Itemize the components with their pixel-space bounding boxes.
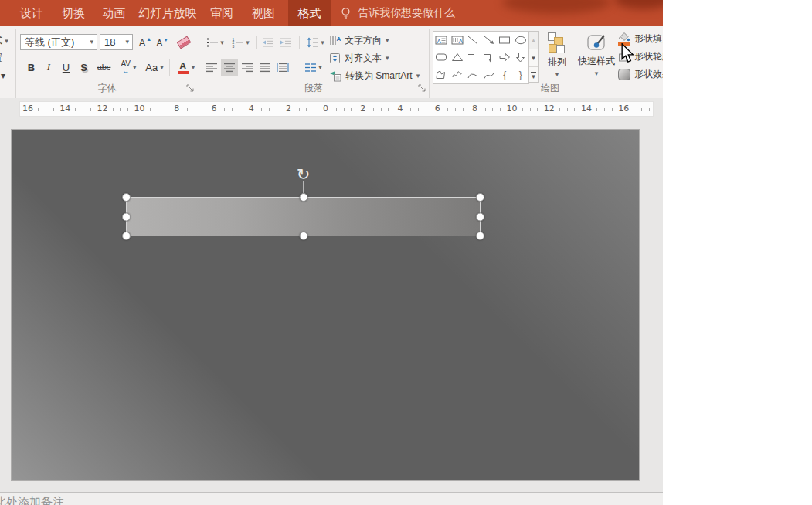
font-group-label: 字体 bbox=[15, 82, 199, 95]
titlebar-artifact bbox=[502, 0, 610, 14]
ruler-number: 16 bbox=[616, 103, 631, 114]
selection-handle-s[interactable] bbox=[299, 232, 307, 240]
font-size-combo[interactable]: 18▾ bbox=[100, 34, 133, 50]
grow-font-button[interactable]: A▲ bbox=[137, 34, 154, 51]
line-spacing-button[interactable]: ▾ bbox=[304, 34, 328, 51]
tab-design[interactable]: 设计 bbox=[11, 0, 53, 26]
tab-transitions[interactable]: 切换 bbox=[53, 0, 94, 26]
ruler-strip: 1614121086420246810121416 bbox=[0, 98, 663, 120]
arc[interactable] bbox=[465, 66, 481, 83]
text-box-horizontal[interactable]: A bbox=[433, 32, 450, 49]
distribute-text-button[interactable] bbox=[274, 59, 291, 76]
ruler-number: 10 bbox=[132, 103, 148, 114]
selection-handle-e[interactable] bbox=[476, 212, 484, 221]
slide[interactable]: ↻ bbox=[11, 129, 640, 481]
increase-indent-button[interactable] bbox=[277, 34, 294, 51]
align-text-button[interactable]: 对齐文本▾ bbox=[329, 50, 389, 66]
change-case-button[interactable]: Aa▾ bbox=[143, 59, 166, 76]
selection-handle-ne[interactable] bbox=[476, 193, 484, 202]
notes-placeholder[interactable]: 此处添加备注 bbox=[0, 495, 64, 505]
right-arrow[interactable] bbox=[497, 49, 513, 66]
oval[interactable] bbox=[513, 32, 529, 49]
justify-button[interactable] bbox=[257, 59, 273, 76]
align-left-button[interactable] bbox=[203, 59, 220, 76]
isosceles-triangle[interactable] bbox=[450, 49, 466, 66]
rectangle[interactable] bbox=[497, 32, 513, 49]
rotate-icon: ↻ bbox=[297, 168, 311, 181]
gallery-scroll-up-icon[interactable]: ▲ bbox=[529, 32, 538, 49]
text-direction-icon: A bbox=[329, 35, 341, 46]
tell-me-search[interactable]: 告诉我你想要做什么 bbox=[340, 0, 455, 26]
clipped-caret[interactable]: ▾ bbox=[1, 71, 5, 80]
slide-editing-area[interactable]: ↻ bbox=[0, 120, 663, 492]
bullets-button[interactable]: ▾ bbox=[203, 34, 227, 51]
selected-gradient-rectangle[interactable] bbox=[126, 197, 481, 236]
strikethrough-button[interactable]: abc bbox=[93, 59, 114, 76]
text-direction-button[interactable]: A 文字方向▾ bbox=[329, 32, 389, 48]
svg-text:3: 3 bbox=[233, 44, 235, 49]
tab-animations[interactable]: 动画 bbox=[93, 0, 134, 26]
shape-gallery: A A { } bbox=[433, 31, 529, 84]
arrow[interactable] bbox=[481, 32, 498, 49]
vertical-text-box[interactable]: A bbox=[450, 32, 466, 49]
tab-view[interactable]: 视图 bbox=[243, 0, 284, 26]
ruler-number: 16 bbox=[20, 103, 36, 114]
clipped-layout-button[interactable]: 式 ▾ bbox=[0, 34, 8, 47]
ruler-number: 8 bbox=[470, 103, 480, 114]
quick-styles-button[interactable]: 快速样式 ▾ bbox=[575, 31, 618, 82]
chevron-down-icon[interactable]: ▾ bbox=[87, 39, 97, 46]
arrange-button[interactable]: 排列 ▾ bbox=[541, 31, 573, 82]
text-shadow-button[interactable]: S bbox=[76, 59, 92, 76]
eraser-icon bbox=[177, 36, 192, 49]
elbow-connector[interactable] bbox=[465, 49, 481, 66]
ruler-number: 6 bbox=[209, 103, 219, 114]
clipped-reset-button[interactable]: 置 bbox=[0, 52, 2, 65]
ruler-number: 12 bbox=[94, 103, 110, 114]
selection-handle-se[interactable] bbox=[476, 232, 484, 240]
bold-button[interactable]: B bbox=[23, 59, 39, 76]
convert-smartart-button[interactable]: 转换为 SmartArt▾ bbox=[329, 68, 420, 83]
ruler-number: 6 bbox=[433, 103, 443, 114]
selection-handle-nw[interactable] bbox=[122, 193, 131, 202]
line[interactable] bbox=[465, 32, 481, 49]
rotate-handle[interactable]: ↻ bbox=[297, 168, 311, 196]
character-spacing-button[interactable]: AV↔ ▾ bbox=[116, 59, 141, 76]
font-dialog-launcher-icon[interactable] bbox=[186, 84, 195, 93]
align-right-button[interactable] bbox=[239, 59, 256, 76]
elbow-arrow-connector[interactable] bbox=[481, 49, 498, 66]
selection-handle-sw[interactable] bbox=[122, 232, 131, 240]
freeform[interactable] bbox=[433, 66, 450, 83]
rounded-rectangle[interactable] bbox=[433, 49, 450, 66]
chevron-down-icon[interactable]: ▾ bbox=[122, 39, 132, 46]
selected-shape-bounding-box: ↻ bbox=[126, 197, 481, 236]
font-color-button[interactable]: A ▾ bbox=[174, 59, 199, 76]
clear-formatting-button[interactable] bbox=[175, 34, 193, 51]
right-brace[interactable]: } bbox=[513, 66, 529, 83]
selection-handle-n[interactable] bbox=[299, 193, 307, 202]
paragraph-dialog-launcher-icon[interactable] bbox=[418, 84, 427, 93]
gallery-scroll-down-icon[interactable]: ▼ bbox=[529, 49, 538, 67]
notes-pane[interactable]: 此处添加备注 bbox=[0, 492, 663, 505]
selection-handle-w[interactable] bbox=[122, 212, 131, 221]
underline-button[interactable]: U bbox=[58, 59, 74, 76]
arrange-icon bbox=[547, 32, 567, 54]
italic-button[interactable]: I bbox=[41, 59, 56, 76]
font-color-swatch bbox=[178, 71, 189, 74]
font-name-combo[interactable]: 等线 (正文)▾ bbox=[20, 34, 97, 50]
left-brace[interactable]: { bbox=[497, 66, 513, 83]
numbering-button[interactable]: 123 ▾ bbox=[229, 34, 253, 51]
columns-button[interactable]: ▾ bbox=[301, 59, 325, 76]
shape-effects-button[interactable]: 形状效果 bbox=[618, 66, 663, 82]
align-center-button[interactable] bbox=[221, 59, 238, 76]
tab-format[interactable]: 格式 bbox=[288, 0, 331, 26]
down-arrow[interactable] bbox=[513, 49, 529, 66]
decrease-indent-button[interactable] bbox=[260, 34, 276, 51]
tab-review[interactable]: 审阅 bbox=[201, 0, 243, 26]
tab-slideshow[interactable]: 幻灯片放映 bbox=[134, 0, 201, 26]
scribble[interactable] bbox=[450, 66, 466, 83]
shape-effects-icon bbox=[618, 69, 630, 80]
svg-text:A: A bbox=[337, 36, 341, 42]
shrink-font-button[interactable]: A▼ bbox=[155, 34, 171, 51]
curve[interactable] bbox=[481, 66, 498, 83]
ruler-number: 4 bbox=[246, 103, 257, 114]
